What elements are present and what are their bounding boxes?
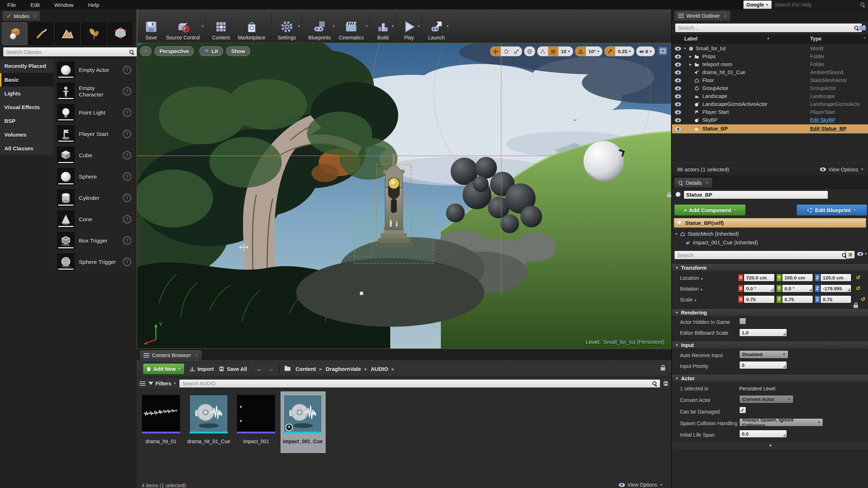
angle-snap-value[interactable]: 10°▼ [586,47,602,56]
scale-snap-value[interactable]: 0.25▼ [615,47,634,56]
close-icon[interactable]: × [195,353,198,358]
build-button[interactable]: ▼ Build [372,12,394,40]
can-be-damaged-checkbox[interactable]: ✓ [739,407,746,414]
reset-to-default-icon[interactable]: ↺ [861,296,865,303]
outliner-row-props[interactable]: ▶ Props Folder [672,53,868,61]
menu-window[interactable]: Window [47,0,81,9]
expand-arrow-icon[interactable]: ▼ [675,232,678,236]
show-advanced-expander[interactable]: ▼ [672,441,868,449]
asset-impact-001[interactable] [237,395,275,433]
outliner-search-input[interactable]: Search... [675,23,862,33]
breadcrumb-draghornvale[interactable]: DraghornVale [326,366,361,372]
angle-snap-toggle[interactable] [575,47,586,56]
surface-snap-toggle[interactable] [537,47,548,56]
value-spinner[interactable] [783,332,786,335]
tab-world-outliner[interactable]: World Outliner × [674,10,731,21]
details-view-options-button[interactable]: ▼ [857,252,867,256]
auto-receive-input-dropdown[interactable]: Disabled▼ [739,350,788,359]
place-item-cone[interactable]: Cone ? [54,209,135,230]
chevron-down-icon[interactable]: ▼ [391,25,394,28]
asset-drama-hit-01[interactable] [142,395,180,433]
lock-icon[interactable] [661,367,665,371]
grid-snap-value[interactable]: 10▼ [558,47,573,56]
place-item-cube[interactable]: Cube ? [54,145,135,166]
scale-z-field[interactable]: 0.75 [820,295,851,303]
nav-back-button[interactable]: ← [256,365,263,373]
outliner-row-statue-bp-selected[interactable]: Statue_BP Edit Statue_BP [672,124,868,133]
place-item-player-start[interactable]: Player Start ? [54,123,135,145]
menu-help[interactable]: Help [81,0,106,9]
close-icon[interactable]: × [706,180,709,185]
place-item-box-trigger[interactable]: Box Trigger ? [54,230,135,251]
location-y-field[interactable]: 100.0 cm [782,274,813,282]
place-item-cylinder[interactable]: Cylinder ? [54,187,135,209]
add-component-button[interactable]: + Add Component ▼ [674,204,746,216]
actor-name-field[interactable]: Statue_BP [684,191,828,199]
place-item-point-light[interactable]: Point Light ? [54,102,135,123]
outliner-row-drama-hit-cue[interactable]: drama_hit_01_Cue AmbientSound [672,69,868,77]
add-new-button[interactable]: Add New ▼ [143,363,184,374]
settings-button[interactable]: ▼ Settings [274,12,300,40]
rotation-y-field[interactable]: 0.0 ° [782,284,813,292]
launch-button[interactable]: ▼ Launch [424,12,449,40]
visibility-eye-icon[interactable] [675,78,681,82]
cinematics-button[interactable]: ▼ Cinematics [335,12,368,40]
help-icon[interactable]: ? [123,151,131,159]
outliner-row-landscape[interactable]: Landscape Landscape [672,93,868,100]
help-icon[interactable]: ? [123,66,131,74]
help-icon[interactable]: ? [123,87,131,95]
rotate-tool-button[interactable] [501,47,511,56]
import-button[interactable]: Import [190,366,214,372]
viewport-options-button[interactable]: ▼ [140,46,152,56]
category-visual-effects[interactable]: Visual Effects [0,100,54,114]
actor-label[interactable]: Statue_BP [702,126,728,132]
sources-panel-icon[interactable] [140,381,145,386]
save-button[interactable]: Save [140,12,162,40]
actor-label[interactable]: Player Start [702,109,729,115]
perspective-button[interactable]: Perspective [154,46,194,56]
chevron-down-icon[interactable]: ▼ [417,25,420,28]
visibility-eye-icon[interactable] [675,118,681,122]
asset-drama-hit-01-cue[interactable] [190,395,228,433]
section-input[interactable]: ▼ Input [672,341,868,349]
input-priority-field[interactable]: 0 [739,361,787,369]
convert-actor-dropdown[interactable]: Convert Actor▼ [739,395,793,403]
edit-blueprint-link[interactable]: Edit SkyBP [810,117,867,123]
outliner-row-small-for-tut[interactable]: ▼ Small_for_tut World [672,45,868,53]
outliner-view-options-button[interactable]: View Options ▼ [820,167,864,172]
actor-label[interactable]: Landscape [702,93,727,99]
outliner-row-floor[interactable]: Floor StaticMeshActor [672,77,868,85]
place-item-empty-character[interactable]: Empty Character ? [54,81,135,102]
help-icon[interactable]: ? [123,236,131,245]
edit-blueprint-link[interactable]: Edit Statue_BP [810,126,867,132]
actor-label[interactable]: SkyBP [702,117,718,123]
location-label[interactable]: Location ▼ [680,275,703,281]
help-icon[interactable]: ? [123,215,131,223]
outliner-row-teleport-room[interactable]: ▶ teleport room Folder [672,61,868,69]
search-engine-button[interactable]: Google ▼ [743,0,772,9]
close-icon[interactable]: × [34,13,37,19]
place-item-empty-actor[interactable]: Empty Actor ? [54,59,135,81]
help-icon[interactable]: ? [123,108,131,117]
label-column-header[interactable]: Label [684,36,698,42]
tab-modes[interactable]: Modes × [2,11,40,21]
save-search-icon[interactable] [663,381,668,386]
actor-label[interactable]: Props [702,53,716,59]
tab-details[interactable]: Details × [674,177,712,188]
outliner-column-header[interactable]: Label ▲ Type ≡ [672,35,868,44]
asset-label[interactable]: drama_hit_01 [137,438,184,444]
component-root-row-selected[interactable]: Statue_BP(self) [674,218,866,228]
visibility-eye-icon[interactable] [675,127,681,131]
chevron-down-icon[interactable]: ▼ [446,25,449,28]
reset-to-default-icon[interactable]: ↺ [856,274,860,281]
actor-label[interactable]: LandscapeGizmoActiveActor [702,101,767,107]
chevron-down-icon[interactable]: ▼ [201,25,204,28]
category-all-classes[interactable]: All Classes [0,142,54,155]
menu-file[interactable]: File [0,0,23,9]
level-viewport[interactable]: ▼ Perspective Lit Show 10▼ 10°▼ [137,43,671,349]
place-item-sphere-trigger[interactable]: Sphere Trigger ? [54,251,135,273]
visibility-eye-icon[interactable] [675,55,681,59]
asset-impact-001-cue[interactable]: * [284,395,322,433]
show-button[interactable]: Show [226,46,250,56]
value-spinner[interactable] [783,365,786,368]
